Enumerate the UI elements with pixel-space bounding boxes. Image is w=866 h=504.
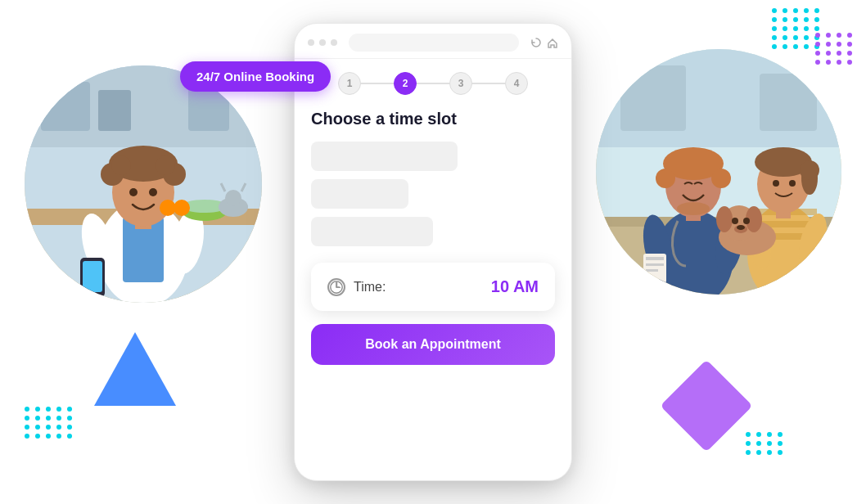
step-3[interactable]: 3 [449, 72, 472, 95]
cyan-dots-bottom-right [746, 432, 784, 455]
svg-point-52 [677, 202, 710, 215]
step-2[interactable]: 2 [394, 72, 417, 95]
step-line-2 [417, 83, 449, 84]
browser-dot-1 [308, 39, 314, 46]
choose-time-title: Choose a time slot [311, 110, 555, 128]
step-line-1 [361, 83, 394, 84]
time-label: Time: [354, 280, 386, 295]
step-line-3 [472, 83, 505, 84]
svg-point-51 [711, 169, 731, 188]
svg-point-26 [174, 200, 190, 216]
svg-rect-56 [646, 257, 664, 260]
svg-point-24 [225, 190, 241, 206]
purple-diamond-decoration [660, 359, 752, 452]
address-bar [349, 34, 519, 52]
step-1[interactable]: 1 [338, 72, 361, 95]
svg-point-13 [111, 155, 131, 175]
refresh-icon [530, 37, 542, 48]
svg-point-50 [656, 169, 675, 188]
browser-dot-2 [319, 39, 326, 46]
svg-rect-58 [646, 269, 658, 272]
time-card: Time: 10 AM [311, 263, 555, 311]
phone-content: 1 2 3 4 Choose a time slot [295, 59, 571, 378]
phone-top-bar [295, 24, 571, 59]
time-slot-placeholder-2 [311, 179, 408, 209]
blue-triangle-decoration [94, 332, 176, 406]
badge-247-online-booking: 24/7 Online Booking [180, 61, 331, 92]
browser-dot-3 [331, 39, 337, 46]
photo-circle-left [25, 65, 262, 303]
svg-rect-2 [41, 82, 90, 131]
svg-rect-3 [98, 90, 131, 131]
time-slot-placeholder-1 [311, 142, 458, 171]
cyan-dots-top-right [772, 8, 821, 49]
progress-steps: 1 2 3 4 [311, 72, 555, 95]
main-scene: 1 2 3 4 Choose a time slot [0, 0, 866, 504]
clock-icon [327, 278, 345, 296]
svg-rect-57 [646, 263, 664, 266]
svg-rect-29 [620, 65, 686, 131]
svg-point-63 [732, 218, 738, 224]
nav-icons [530, 37, 558, 48]
svg-rect-20 [83, 261, 102, 292]
svg-point-41 [800, 160, 819, 180]
svg-point-64 [743, 218, 750, 224]
time-slot-placeholder-3 [311, 217, 433, 246]
svg-point-15 [129, 188, 138, 196]
svg-point-42 [773, 180, 779, 187]
svg-point-16 [149, 188, 157, 196]
phone-mockup: 1 2 3 4 Choose a time slot [294, 23, 572, 481]
svg-rect-30 [760, 74, 817, 131]
svg-point-61 [716, 206, 733, 232]
svg-point-67 [331, 281, 342, 292]
step-4[interactable]: 4 [505, 72, 528, 95]
cyan-dots-bottom-left [25, 407, 74, 439]
time-label-group: Time: [327, 278, 386, 296]
time-value: 10 AM [491, 277, 539, 296]
home-icon [547, 37, 558, 48]
book-appointment-button[interactable]: Book an Appointment [311, 324, 555, 365]
photo-circle-right [596, 49, 841, 295]
svg-point-14 [156, 155, 175, 175]
svg-point-43 [789, 180, 796, 187]
svg-point-66 [737, 225, 745, 230]
